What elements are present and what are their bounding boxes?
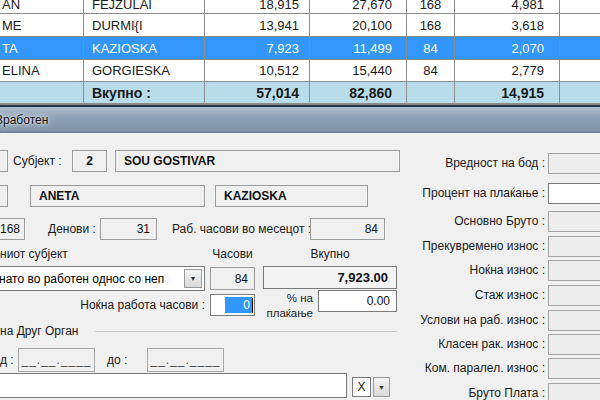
total-amount3: 14,915 [455, 82, 560, 103]
hours-header: Часови [210, 247, 255, 261]
contract-dropdown[interactable]: нато во работен однос со неп ▼ [0, 266, 205, 291]
cell-amount1: 18,915 [259, 0, 299, 12]
pay-pct-label: % на плаќање [256, 291, 313, 323]
field-label: Прекувремено износ : [408, 236, 545, 257]
text-caret [252, 298, 253, 313]
total-header: Вкупно [263, 247, 397, 261]
cell-amount3: 2,070 [455, 37, 560, 59]
cell-hours: 168 [420, 0, 442, 12]
date-to-field[interactable]: __.__.____ [147, 348, 224, 372]
cell-hours: 168 [407, 14, 455, 36]
cell-amount1: 7,923 [205, 37, 310, 59]
night-hours-label: Ноќна работа часови : [40, 294, 205, 316]
field-label: Процент на плаќање : [408, 183, 545, 204]
groupbox-border [95, 331, 397, 332]
cell-amount1: 10,512 [205, 60, 310, 81]
field-label: Стаж износ : [408, 285, 545, 306]
month-hours-field[interactable]: 84 [310, 218, 385, 240]
cell-hours: 84 [407, 37, 455, 59]
date-from-field[interactable]: __.__.____ [18, 348, 95, 372]
table-row[interactable]: ME DURMI{I 13,941 20,100 168 3,618 [0, 14, 600, 37]
field-label: Ноќна износ : [408, 260, 545, 281]
cell-last-name: KAZIOSKA [84, 37, 205, 59]
value-field[interactable] [548, 358, 600, 379]
other-organ-group-label: на Друг Орган [0, 324, 78, 338]
chevron-down-icon[interactable]: ▼ [184, 269, 202, 288]
selected-text: 0 [225, 297, 252, 313]
cell-amount3: 4,981 [511, 0, 544, 12]
value-field[interactable] [548, 211, 600, 232]
cell-amount2: 11,499 [310, 37, 407, 59]
cell-amount3: 2,779 [455, 60, 560, 81]
date-to-label: до : [107, 348, 127, 372]
clear-button[interactable]: X [352, 377, 371, 397]
pay-pct-field[interactable]: 0.00 [318, 290, 397, 312]
field-label: Услови на раб. износ : [408, 310, 545, 331]
table-total-row: Вкупно : 57,014 82,860 14,915 [0, 82, 600, 104]
cell-first-name: ME [0, 14, 84, 36]
contract-dropdown-value: нато во работен однос со неп [0, 272, 204, 286]
cut-field-left-1[interactable] [0, 150, 8, 172]
cell-first-name: AN [2, 0, 20, 12]
value-field[interactable] [548, 153, 600, 174]
subject-code-field[interactable]: 2 [72, 150, 107, 172]
night-hours-field[interactable]: 0 [210, 294, 255, 316]
value-field[interactable] [548, 310, 600, 331]
value-field[interactable] [548, 285, 600, 306]
field-label: Класен рак. износ : [408, 334, 545, 355]
cell-first-name: ELINA [0, 60, 84, 81]
subject-column-label: ниот субјект [0, 246, 68, 262]
cell-last-name: FEJZULAI [92, 0, 152, 12]
field-label: Бруто Плата : [408, 383, 545, 400]
cut-field-left-2[interactable] [0, 185, 8, 207]
contract-hours-field[interactable]: 84 [210, 267, 255, 290]
date-from-label: д : [0, 348, 14, 372]
cell-last-name: GORGIESKA [84, 60, 205, 81]
total-label: Вкупно : [84, 82, 205, 103]
chevron-down-icon[interactable]: ▼ [373, 377, 390, 397]
emp-code-field[interactable]: 168 [0, 218, 25, 240]
cell-hours: 84 [407, 60, 455, 81]
last-name-field[interactable]: KAZIOSKA [215, 185, 368, 207]
app-window: AN FEJZULAI 18,915 27,670 168 4,981 ME D… [0, 0, 600, 400]
days-label: Денови : [48, 218, 96, 240]
table-row[interactable]: ELINA GORGIESKA 10,512 15,440 84 2,779 [0, 60, 600, 82]
days-field[interactable]: 31 [100, 218, 157, 240]
month-hours-label: Раб. часови во месецот : [172, 218, 311, 240]
cell-amount2: 27,670 [352, 0, 392, 12]
field-label: Вредност на бод : [408, 153, 545, 174]
cell-amount2: 15,440 [310, 60, 407, 81]
field-label: Основно Бруто : [408, 211, 545, 232]
cell-amount1: 13,941 [205, 14, 310, 36]
subject-label: Субјект : [13, 150, 62, 172]
cell-first-name: TA [0, 37, 84, 59]
bottom-combobox-field[interactable] [0, 373, 347, 398]
total-amount2: 82,860 [310, 82, 407, 103]
cell-amount3: 3,618 [455, 14, 560, 36]
contract-total-field[interactable]: 7,923.00 [263, 266, 397, 289]
value-field[interactable] [548, 334, 600, 355]
value-field[interactable] [548, 236, 600, 257]
cell-last-name: DURMI{I [84, 14, 205, 36]
value-field[interactable] [548, 260, 600, 281]
table-row[interactable]: AN FEJZULAI 18,915 27,670 168 4,981 [0, 0, 600, 14]
employee-panel-titlebar: Вработен [0, 107, 600, 133]
value-field[interactable] [548, 183, 600, 204]
field-label: Ком. паралел. износ : [408, 358, 545, 379]
value-field[interactable] [548, 383, 600, 400]
total-amount1: 57,014 [205, 82, 310, 103]
subject-name-field[interactable]: SOU GOSTIVAR [115, 150, 400, 172]
first-name-field[interactable]: ANETA [30, 185, 205, 207]
cell-amount2: 20,100 [310, 14, 407, 36]
panel-title: Вработен [0, 113, 48, 127]
employee-table: AN FEJZULAI 18,915 27,670 168 4,981 ME D… [0, 0, 600, 104]
table-row-selected[interactable]: TA KAZIOSKA 7,923 11,499 84 2,070 [0, 37, 600, 60]
